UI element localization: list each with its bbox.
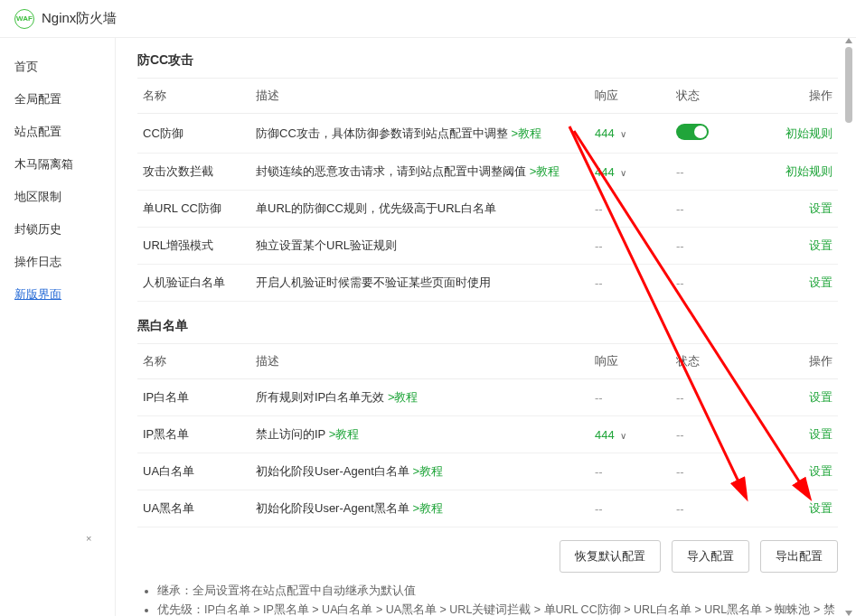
op-link[interactable]: 初始规则: [785, 126, 832, 140]
col-desc: 描述: [250, 344, 589, 379]
op-link[interactable]: 设置: [809, 275, 832, 289]
section-bw-title: 黑白名单: [137, 318, 838, 334]
dash: --: [595, 276, 603, 290]
cell-status: --: [671, 453, 770, 490]
chevron-down-icon[interactable]: ∨: [620, 168, 626, 178]
col-name: 名称: [137, 79, 250, 114]
cell-status: --: [671, 379, 770, 416]
cell-resp: --: [589, 191, 671, 228]
cell-name: URL增强模式: [137, 228, 250, 265]
op-link[interactable]: 设置: [809, 464, 832, 478]
cell-resp: --: [589, 265, 671, 302]
col-desc: 描述: [250, 79, 589, 114]
cell-name: 人机验证白名单: [137, 265, 250, 302]
col-status: 状态: [671, 79, 770, 114]
scrollbar-down-icon[interactable]: [845, 611, 852, 616]
bw-table: 名称 描述 响应 状态 操作 IP白名单所有规则对IP白名单无效 >教程----…: [137, 343, 838, 527]
sidebar-item-region[interactable]: 地区限制: [0, 181, 115, 213]
table-row: UA白名单初始化阶段User-Agent白名单 >教程----设置: [137, 453, 838, 490]
cell-resp: --: [589, 228, 671, 265]
col-status: 状态: [671, 344, 770, 379]
cell-name: UA白名单: [137, 453, 250, 490]
chevron-down-icon[interactable]: ∨: [620, 431, 626, 441]
cell-resp[interactable]: 444∨: [589, 154, 671, 191]
cell-status: --: [671, 416, 770, 453]
cell-name: IP白名单: [137, 379, 250, 416]
dash: --: [676, 465, 684, 479]
chevron-down-icon[interactable]: ∨: [620, 129, 626, 139]
cell-desc: 禁止访问的IP >教程: [250, 416, 589, 453]
cell-name: 攻击次数拦截: [137, 154, 250, 191]
op-link[interactable]: 设置: [809, 427, 832, 441]
table-row: IP白名单所有规则对IP白名单无效 >教程----设置: [137, 379, 838, 416]
export-config-button[interactable]: 导出配置: [760, 540, 838, 573]
col-resp: 响应: [589, 79, 671, 114]
section-cc-title: 防CC攻击: [137, 52, 838, 69]
status-toggle[interactable]: [676, 124, 709, 140]
cell-desc: 单URL的防御CC规则，优先级高于URL白名单: [250, 191, 589, 228]
tutorial-link[interactable]: >教程: [530, 164, 560, 178]
waf-logo-icon: WAF: [14, 9, 34, 29]
table-row: CC防御防御CC攻击，具体防御参数请到站点配置中调整 >教程444∨初始规则: [137, 114, 838, 154]
cell-status: --: [671, 154, 770, 191]
cell-name: 单URL CC防御: [137, 191, 250, 228]
col-op: 操作: [770, 79, 838, 114]
tutorial-link[interactable]: >教程: [412, 464, 443, 478]
cell-desc: 所有规则对IP白名单无效 >教程: [250, 379, 589, 416]
op-link[interactable]: 设置: [809, 201, 832, 215]
dash: --: [676, 202, 684, 216]
cell-desc: 防御CC攻击，具体防御参数请到站点配置中调整 >教程: [250, 114, 589, 154]
cell-name: IP黑名单: [137, 416, 250, 453]
cell-resp[interactable]: 444∨: [589, 416, 671, 453]
cell-op: 设置: [770, 490, 838, 527]
table-row: IP黑名单禁止访问的IP >教程444∨--设置: [137, 416, 838, 453]
cell-resp[interactable]: 444∨: [589, 114, 671, 154]
cell-status: --: [671, 490, 770, 527]
dash: --: [676, 502, 684, 516]
cell-resp: --: [589, 379, 671, 416]
cell-resp: --: [589, 453, 671, 490]
op-link[interactable]: 设置: [809, 501, 832, 515]
dash: --: [595, 391, 603, 405]
cc-table: 名称 描述 响应 状态 操作 CC防御防御CC攻击，具体防御参数请到站点配置中调…: [137, 78, 838, 302]
restore-default-button[interactable]: 恢复默认配置: [560, 540, 661, 573]
sidebar-item-newui[interactable]: 新版界面: [0, 278, 115, 311]
main-container: 首页 全局配置 站点配置 木马隔离箱 地区限制 封锁历史 操作日志 新版界面 ×…: [0, 38, 856, 616]
dash: --: [676, 239, 684, 253]
dash: --: [676, 391, 684, 405]
button-row: 恢复默认配置 导入配置 导出配置: [137, 540, 838, 573]
cell-status: --: [671, 265, 770, 302]
sidebar-item-home[interactable]: 首页: [0, 51, 115, 83]
col-op: 操作: [770, 344, 838, 379]
table-row: 单URL CC防御单URL的防御CC规则，优先级高于URL白名单----设置: [137, 191, 838, 228]
dash: --: [676, 428, 684, 442]
op-link[interactable]: 设置: [809, 238, 832, 252]
tutorial-link[interactable]: >教程: [511, 126, 541, 140]
tutorial-link[interactable]: >教程: [388, 390, 419, 404]
sidebar-item-global[interactable]: 全局配置: [0, 83, 115, 116]
sidebar-item-blocklog[interactable]: 封锁历史: [0, 213, 115, 246]
op-link[interactable]: 初始规则: [785, 164, 832, 178]
sidebar-item-oplog[interactable]: 操作日志: [0, 246, 115, 278]
close-icon[interactable]: ×: [86, 533, 91, 544]
cell-op: 初始规则: [770, 154, 838, 191]
table-row: UA黑名单初始化阶段User-Agent黑名单 >教程----设置: [137, 490, 838, 527]
op-link[interactable]: 设置: [809, 390, 832, 404]
cell-name: UA黑名单: [137, 490, 250, 527]
content-area: 防CC攻击 名称 描述 响应 状态 操作 CC防御防御CC攻击，具体防御参数请到…: [116, 38, 856, 616]
dash: --: [595, 465, 603, 479]
sidebar-item-quarantine[interactable]: 木马隔离箱: [0, 148, 115, 181]
cell-op: 设置: [770, 453, 838, 490]
import-config-button[interactable]: 导入配置: [672, 540, 749, 573]
tutorial-link[interactable]: >教程: [329, 427, 360, 441]
app-title: Nginx防火墙: [42, 10, 117, 27]
scrollbar-up-icon[interactable]: [845, 38, 852, 43]
cell-status: --: [671, 228, 770, 265]
cell-resp: --: [589, 490, 671, 527]
app-header: WAF Nginx防火墙: [0, 0, 856, 38]
col-name: 名称: [137, 344, 250, 379]
cell-desc: 初始化阶段User-Agent白名单 >教程: [250, 453, 589, 490]
tutorial-link[interactable]: >教程: [412, 501, 443, 515]
scrollbar-thumb[interactable]: [845, 47, 852, 123]
sidebar-item-site[interactable]: 站点配置: [0, 116, 115, 148]
